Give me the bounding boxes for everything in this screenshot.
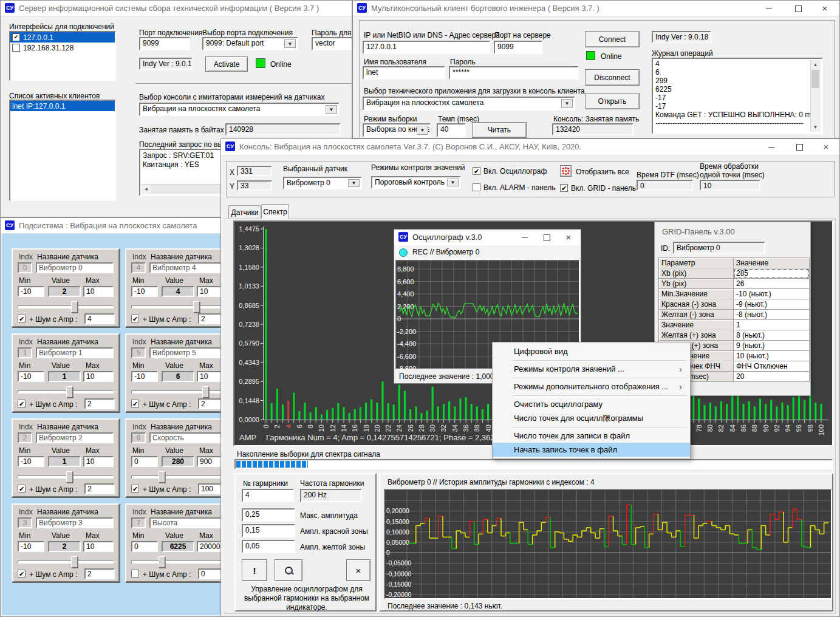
maximize-button[interactable] — [537, 230, 556, 245]
grid-value-cell[interactable]: -9 (ньют.) — [734, 299, 810, 310]
noise-checkbox[interactable]: ✔ — [131, 315, 139, 322]
grid-value-cell[interactable]: 26 — [734, 279, 810, 289]
sensor-name-field[interactable]: Высота — [149, 517, 227, 528]
client-password-input[interactable]: ****** — [449, 66, 579, 80]
menu-item[interactable]: Число точек для осцилл限ограммы — [493, 411, 690, 425]
noise-amp-input[interactable]: 2 — [84, 398, 115, 409]
slider-track[interactable] — [131, 476, 227, 479]
noise-checkbox[interactable]: ✔ — [18, 315, 26, 322]
dropdown-arrow-icon[interactable]: ▼ — [326, 105, 337, 114]
grid-value-cell[interactable]: 20 — [734, 372, 810, 382]
yellow-amp-input[interactable]: 0,05 — [242, 540, 295, 553]
grid-row[interactable]: Желтая (+) зона8 (ньют.) — [659, 330, 810, 341]
dropdown-arrow-icon[interactable]: ▼ — [447, 179, 459, 186]
display-all-button[interactable] — [560, 165, 572, 177]
slider-thumb[interactable] — [202, 386, 209, 398]
slider-track[interactable] — [131, 561, 227, 564]
client-titlebar[interactable]: СУ Мультиконсольный клиент бортового инж… — [353, 1, 839, 16]
sensor-name-field[interactable]: Виброметр 4 — [149, 262, 227, 273]
scroll-down-icon[interactable]: ▼ — [811, 123, 820, 132]
harmonic-num-input[interactable]: 4 — [242, 489, 294, 502]
grid-value-cell[interactable]: 285 — [734, 268, 810, 279]
slider-thumb[interactable] — [159, 471, 165, 483]
slider-track[interactable] — [131, 305, 227, 308]
alarm-checkbox[interactable] — [473, 183, 480, 191]
close-button[interactable]: × — [815, 1, 835, 16]
mode-dropdown[interactable]: Выборка по кнопке ▼ — [363, 123, 431, 137]
slider-track[interactable] — [18, 390, 114, 394]
dropdown-arrow-icon[interactable]: ▼ — [284, 39, 296, 48]
slider-thumb[interactable] — [66, 471, 73, 483]
min-input[interactable]: 0 — [131, 456, 158, 467]
menu-item[interactable]: Число точек для записи в файл — [493, 429, 690, 443]
sensor-name-field[interactable]: Виброметр 0 — [36, 262, 114, 273]
menu-item[interactable]: Режимы дополнительного отображения ...› — [493, 380, 690, 394]
menu-item[interactable]: Режимы контроля значений ...› — [493, 362, 690, 376]
sensor-name-field[interactable]: Виброметр 1 — [36, 347, 114, 358]
apply-button[interactable]: ! — [242, 559, 267, 581]
server-password-input[interactable]: vector — [312, 37, 352, 50]
server-titlebar[interactable]: СУ Сервер информационной системы сбора т… — [1, 1, 352, 16]
minimize-button[interactable] — [515, 230, 534, 245]
scrollbar-thumb[interactable] — [811, 70, 819, 88]
max-input[interactable]: 10 — [83, 541, 114, 552]
disconnect-button[interactable]: Disconnect — [585, 69, 640, 86]
slider-thumb[interactable] — [159, 556, 165, 568]
sensor-name-field[interactable]: Виброметр 2 — [36, 432, 114, 443]
interface-checkbox[interactable]: ✔ — [12, 33, 20, 41]
tab-spectrum[interactable]: Спектр — [261, 204, 289, 219]
slider-track[interactable] — [18, 476, 114, 479]
menu-item[interactable]: Цифровой вид — [493, 344, 690, 358]
interfaces-listbox[interactable]: ✔127.0.0.1192.168.31.128 — [9, 31, 116, 81]
dropdown-arrow-icon[interactable]: ▼ — [348, 179, 360, 187]
slider-thumb[interactable] — [66, 386, 73, 398]
open-button[interactable]: Открыть — [585, 93, 640, 109]
ip-input[interactable]: 127.0.0.1 — [363, 41, 490, 54]
read-button[interactable]: Читать — [472, 122, 527, 138]
max-input[interactable]: 10 — [83, 286, 114, 297]
menu-item[interactable]: Очистить осциллограму — [493, 397, 690, 411]
close-button[interactable]: × — [816, 139, 836, 154]
grid-row[interactable]: Желтая (-) зона-8 (ньют.) — [659, 310, 810, 320]
dropdown-arrow-icon[interactable]: ▼ — [561, 99, 573, 108]
grid-row[interactable]: Min.Значение-10 (ньют.) — [659, 289, 810, 299]
min-input[interactable]: -10 — [131, 286, 158, 297]
grid-value-cell[interactable]: 9 (ньют.) — [734, 341, 810, 351]
min-input[interactable]: -10 — [18, 371, 44, 382]
minimize-button[interactable] — [762, 139, 781, 154]
grid-value-cell[interactable]: 10 (ньют.) — [734, 351, 810, 361]
interface-item[interactable]: 192.168.31.128 — [10, 43, 115, 53]
max-amp-input[interactable]: 0,25 — [242, 508, 295, 522]
noise-amp-input[interactable]: 2 — [84, 483, 115, 494]
grid-row[interactable]: Красная (-) зона-9 (ньют.) — [659, 299, 810, 310]
slider-thumb[interactable] — [71, 556, 78, 568]
close-harmonic-button[interactable]: × — [346, 559, 370, 581]
noise-checkbox[interactable]: ✔ — [131, 400, 139, 407]
slider-track[interactable] — [18, 561, 114, 564]
noise-checkbox[interactable]: ✔ — [131, 485, 139, 493]
clients-listbox[interactable]: inet IP:127.0.0.1 — [9, 100, 116, 201]
sensor-name-field[interactable]: Виброметр 5 — [149, 347, 227, 358]
max-input[interactable]: 10 — [83, 456, 114, 467]
sensor-dropdown[interactable]: Виброметр 0 ▼ — [283, 177, 362, 189]
grid-row[interactable]: Yb (pix)26 — [659, 279, 810, 289]
minimize-button[interactable] — [759, 1, 779, 16]
noise-checkbox[interactable]: ✔ — [18, 570, 26, 578]
min-input[interactable]: -10 — [18, 456, 44, 467]
noise-amp-input[interactable]: 2 — [84, 568, 115, 579]
max-input[interactable]: 10 — [83, 371, 114, 382]
grid-row[interactable]: Xb (pix)285 — [659, 268, 810, 279]
scroll-left-icon[interactable]: ◄ — [142, 185, 151, 194]
noise-checkbox[interactable]: ✔ — [18, 485, 26, 493]
control-mode-dropdown[interactable]: Пороговый контроль ▼ — [371, 176, 461, 189]
client-item[interactable]: inet IP:127.0.0.1 — [10, 101, 115, 111]
dropdown-arrow-icon[interactable]: ▼ — [417, 126, 428, 135]
scroll-up-icon[interactable]: ▲ — [811, 60, 820, 69]
min-input[interactable]: 0 — [131, 541, 158, 552]
maximize-button[interactable] — [788, 1, 808, 16]
osc-titlebar[interactable]: СУ Осциллограф v.3.0 × — [394, 230, 581, 246]
vertical-scrollbar[interactable]: ▲ ▼ — [810, 60, 821, 132]
port-input[interactable]: 9099 — [139, 37, 190, 50]
console-titlebar[interactable]: СУ Консоль: Вибрация на плоскостях самол… — [221, 139, 839, 155]
tempo-input[interactable]: 40 — [437, 123, 466, 137]
